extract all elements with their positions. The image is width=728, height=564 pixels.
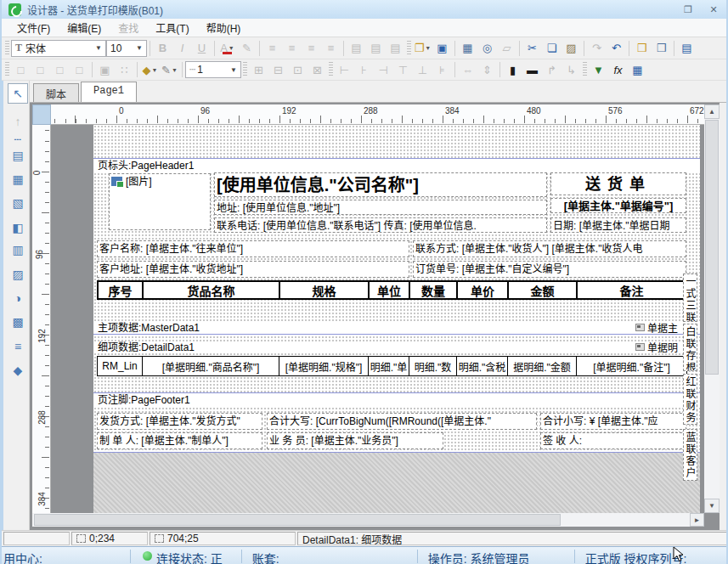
- chart-tool[interactable]: ◑: [8, 288, 28, 308]
- image-tool[interactable]: ▧: [8, 193, 28, 213]
- field-tool[interactable]: ▦: [8, 169, 28, 189]
- detail-data-row-cell[interactable]: RM_Lin: [98, 357, 143, 375]
- horizontal-scroll-thumb[interactable]: [34, 514, 561, 526]
- detaildata-dataset-link[interactable]: 单据明: [635, 341, 688, 352]
- masterdata-dataset-link[interactable]: 单据主: [635, 322, 688, 333]
- table-header-row-cell[interactable]: 单价: [458, 282, 509, 298]
- shape-tool[interactable]: ◧: [8, 217, 28, 238]
- detail-data-row-cell[interactable]: 明细."单: [369, 357, 409, 375]
- table-header-row-cell[interactable]: 单位: [370, 282, 410, 298]
- copy-label-element-2[interactable]: 白联存根: [683, 324, 697, 371]
- send-to-back-button[interactable]: ❒: [652, 39, 671, 57]
- font-family-value: 宋体: [25, 41, 46, 55]
- table-header-row-cell[interactable]: 数量: [410, 282, 458, 298]
- copy-button[interactable]: ❏: [542, 39, 562, 57]
- table-header-row-cell[interactable]: 备注: [578, 282, 686, 298]
- menu-item-h[interactable]: 帮助(H): [198, 19, 250, 37]
- copy-label-element-3[interactable]: 红联财务: [683, 374, 697, 425]
- open-button[interactable]: ❐▼: [413, 39, 432, 57]
- select-tool[interactable]: ↖: [8, 83, 28, 104]
- menu-item-t[interactable]: 工具(T): [147, 19, 197, 37]
- receiver-element[interactable]: 签 收 人:: [540, 432, 686, 449]
- cut-button[interactable]: ✂: [522, 39, 542, 57]
- detail-data-row[interactable]: RM_Lin[单据明细."商品名称"][单据明细."规格"]明细."单明细."数…: [97, 356, 687, 376]
- save-button[interactable]: ▣: [432, 39, 452, 57]
- phone-fax-element[interactable]: 联系电话: [使用单位信息."联系电话"] 传真: [使用单位信息.: [214, 217, 547, 233]
- line-tool[interactable]: ≡: [8, 336, 28, 357]
- detail-data-row-cell[interactable]: [单据明细."备注"]: [577, 357, 686, 375]
- close-button[interactable]: ✕: [704, 3, 723, 16]
- fit-band-button[interactable]: ▬: [522, 61, 542, 79]
- data-fields-button[interactable]: ▤: [677, 39, 697, 57]
- detail-data-row-cell[interactable]: 明细."数: [409, 357, 457, 375]
- toolbar-separator: [214, 41, 215, 56]
- tab-script[interactable]: 脚本: [33, 83, 79, 102]
- font-size-combo[interactable]: 10▼: [106, 40, 147, 57]
- vertical-scrollbar[interactable]: ▲ ▼: [704, 104, 720, 513]
- menu-item-f[interactable]: 文件(F): [8, 19, 59, 37]
- object-tool[interactable]: ◆: [8, 360, 28, 381]
- total-caps-element[interactable]: 合计大写: [CurrToBigNum([RMRound([单据主体.": [267, 413, 537, 430]
- table-header-row-cell[interactable]: 规格: [280, 282, 370, 298]
- line-color-button[interactable]: ✎▼: [160, 61, 179, 79]
- menu-item-e[interactable]: 编辑(E): [59, 19, 110, 37]
- properties-button[interactable]: ▦: [628, 61, 647, 79]
- band-label-pagefooter[interactable]: 页注脚:PageFooter1: [93, 394, 700, 406]
- scroll-right-button[interactable]: ►: [690, 513, 704, 527]
- font-family-combo[interactable]: T宋体▼: [11, 40, 106, 57]
- expression-button[interactable]: fx: [608, 61, 628, 79]
- table-header-row[interactable]: 序号货品名称规格单位数量单价金额备注: [97, 280, 687, 300]
- picture-element[interactable]: [图片]: [109, 173, 211, 230]
- band-label-pageheader[interactable]: 页标头:PageHeader1: [93, 160, 700, 172]
- salesman-element[interactable]: 业 务 员: [单据主体."业务员"]: [267, 432, 443, 449]
- total-num-element[interactable]: 合计小写: ¥ [单据主体."应: [540, 413, 686, 430]
- detail-data-row-cell[interactable]: 明细."含税: [457, 357, 508, 375]
- print-button[interactable]: ▦: [458, 39, 477, 57]
- copy-label-element-4[interactable]: 蓝联客户: [683, 429, 697, 481]
- dataset-icon: [635, 324, 645, 331]
- field-list-button[interactable]: ▼: [589, 61, 608, 79]
- copy-label-element-1[interactable]: 一式三联: [683, 274, 697, 322]
- table-header-row-cell[interactable]: 金额: [509, 282, 578, 298]
- toolbar-separator: [674, 41, 674, 56]
- subreport-tool[interactable]: ▨: [8, 264, 28, 285]
- table-header-row-cell[interactable]: 序号: [99, 282, 144, 298]
- bring-to-front-button[interactable]: ❒: [632, 39, 652, 57]
- horizontal-scrollbar[interactable]: ►: [32, 513, 704, 527]
- contact-element[interactable]: 联系方式: [单据主体."收货人"] [单据主体."收货人电: [413, 240, 686, 257]
- restore-button[interactable]: ❐: [679, 3, 697, 16]
- line-width-combo[interactable]: ┄1▼: [185, 61, 241, 78]
- customer-name-element[interactable]: 客户名称: [单据主体."往来单位"]: [97, 240, 409, 257]
- detail-data-row-cell[interactable]: [单据明细."规格"]: [279, 357, 369, 375]
- vertical-scroll-thumb[interactable]: [705, 120, 719, 375]
- table-header-row-cell[interactable]: 货品名称: [144, 282, 280, 298]
- company-name-element[interactable]: [使用单位信息."公司名称"]: [214, 172, 547, 197]
- print-preview-button[interactable]: ◎: [477, 39, 497, 57]
- address-element[interactable]: 地址: [使用单位信息."地址"]: [214, 200, 547, 215]
- order-no-element[interactable]: 订货单号: [单据主体."自定义编号"]: [413, 261, 686, 278]
- text-tool[interactable]: ▤: [8, 145, 28, 166]
- doc-title-element[interactable]: 送货单: [550, 172, 686, 195]
- undo-button[interactable]: ↶: [607, 39, 626, 57]
- tab-page1[interactable]: Page1: [81, 82, 137, 102]
- ship-method-element[interactable]: 发货方式: [单据主体."发货方式": [97, 413, 262, 430]
- window-title: 设计器 - 送货单打印模版(B01): [27, 3, 672, 17]
- maker-element[interactable]: 制 单 人: [单据主体."制单人"]: [97, 432, 262, 449]
- doc-no-element[interactable]: [单据主体."单据编号"]: [550, 198, 686, 213]
- detail-data-row-cell[interactable]: 据明细."金额: [508, 357, 577, 375]
- barcode-tool[interactable]: ▩: [8, 312, 28, 332]
- move-down-button: ↳: [562, 61, 581, 79]
- richtext-tool[interactable]: ▥: [8, 240, 28, 260]
- hruler-number: 192: [282, 106, 296, 116]
- customer-addr-element[interactable]: 客户地址: [单据主体."收货地址"]: [97, 261, 409, 278]
- band-label-detaildata[interactable]: 细项数据:DetailData1: [93, 341, 700, 353]
- paste-button[interactable]: ▨: [562, 39, 581, 57]
- scroll-up-button[interactable]: ▲: [704, 104, 720, 119]
- size-to-grid-button[interactable]: ▮: [503, 61, 522, 79]
- underline-icon: U: [198, 42, 206, 54]
- fill-color-button[interactable]: ◆▼: [140, 61, 160, 79]
- scroll-down-button[interactable]: ▼: [704, 499, 720, 513]
- date-element[interactable]: 日期: [单据主体."单据日期: [550, 217, 686, 233]
- band-label-masterdata[interactable]: 主项数据:MasterData1: [93, 322, 700, 334]
- detail-data-row-cell[interactable]: [单据明细."商品名称"]: [143, 357, 279, 375]
